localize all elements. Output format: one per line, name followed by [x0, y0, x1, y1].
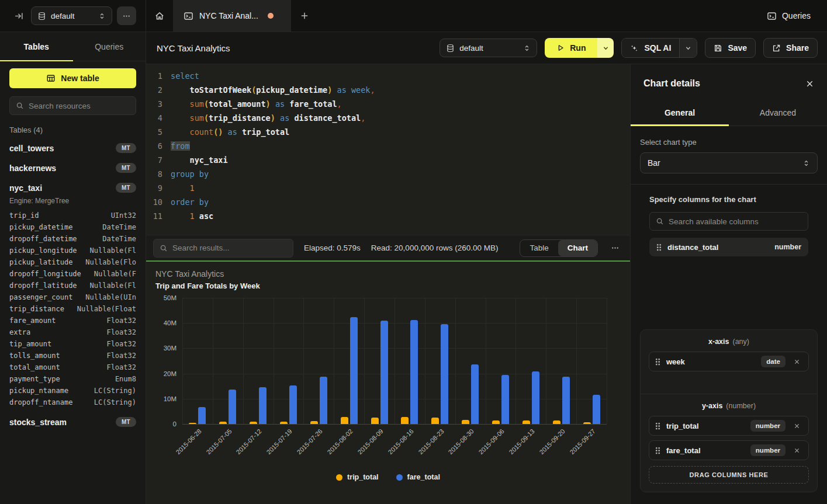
column-row[interactable]: dropoff_ntanameLC(String) [9, 397, 136, 408]
bar-group [364, 298, 395, 424]
axis-column-item[interactable]: trip_totalnumber [649, 416, 809, 436]
table-row[interactable]: stocks_streamMT [9, 416, 136, 428]
code-line: from [171, 139, 630, 153]
column-type: Nullable(Fl [90, 280, 136, 291]
editor-code[interactable]: select toStartOfWeek(pickup_datetime) as… [171, 69, 630, 235]
code-line: sum(total_amount) as fare_total, [171, 97, 630, 111]
line-number: 5 [146, 125, 162, 139]
table-row[interactable]: cell_towersMT [9, 142, 136, 154]
column-type: Float32 [106, 326, 136, 338]
available-column-item[interactable]: distance_totalnumber [649, 238, 808, 256]
column-name: dropoff_latitude [9, 280, 77, 291]
results-search[interactable] [153, 239, 293, 258]
panel-tab-advanced[interactable]: Advanced [729, 100, 827, 126]
column-row[interactable]: tip_amountFloat32 [9, 338, 136, 350]
column-row[interactable]: trip_idUInt32 [9, 210, 136, 221]
panel-tabs: General Advanced [631, 100, 827, 126]
column-row[interactable]: dropoff_datetimeDateTime [9, 233, 136, 245]
panel-close-button[interactable] [805, 79, 814, 88]
chevron-down-icon [685, 45, 691, 51]
column-name: total_amount [9, 362, 60, 373]
columns-search-input[interactable] [669, 217, 802, 226]
column-name: dropoff_datetime [9, 233, 77, 245]
collapse-sidebar-button[interactable] [12, 9, 26, 23]
axis-column-item[interactable]: weekdate [649, 352, 809, 371]
y-tick-label: 30M [164, 345, 177, 352]
sql-ai-options-button[interactable] [679, 39, 697, 57]
column-row[interactable]: total_amountFloat32 [9, 362, 136, 373]
column-row[interactable]: pickup_datetimeDateTime [9, 221, 136, 233]
chart-bars [182, 298, 607, 424]
column-row[interactable]: pickup_ntanameLC(String) [9, 385, 136, 397]
run-button[interactable]: Run [545, 38, 597, 58]
remove-column-button[interactable] [791, 446, 802, 455]
query-title: NYC Taxi Analytics [157, 43, 230, 53]
new-table-button[interactable]: New table [9, 68, 136, 88]
queries-button[interactable]: Queries [767, 11, 811, 21]
topbar-database-select[interactable]: default [31, 6, 112, 25]
table-row[interactable]: hackernewsMT [9, 162, 136, 174]
results-search-input[interactable] [172, 244, 287, 252]
axis-column-item[interactable]: fare_totalnumber [649, 440, 809, 460]
axes-card: x-axis(any) weekdate y-axis(number) trip… [640, 329, 818, 492]
x-axis-label: x-axis [708, 338, 729, 346]
drop-zone[interactable]: DRAG COLUMNS HERE [649, 466, 809, 484]
legend-item[interactable]: trip_total [336, 473, 378, 481]
panel-tab-general[interactable]: General [631, 100, 729, 126]
chart-type-select[interactable]: Bar [640, 152, 818, 173]
legend-item[interactable]: fare_total [396, 473, 440, 481]
database-select[interactable]: default [440, 39, 537, 57]
bar-group [576, 298, 607, 424]
remove-column-button[interactable] [791, 422, 802, 430]
drag-handle-icon[interactable] [656, 244, 662, 251]
resource-search[interactable] [9, 96, 136, 115]
drag-handle-icon[interactable] [655, 422, 660, 430]
bar-group [303, 298, 334, 424]
drag-handle-icon[interactable] [655, 447, 660, 454]
column-row[interactable]: dropoff_latitudeNullable(Fl [9, 280, 136, 291]
table-view-button[interactable]: Table [520, 240, 558, 256]
line-number: 2 [146, 83, 162, 97]
column-row[interactable]: pickup_latitudeNullable(Flo [9, 256, 136, 268]
columns-search[interactable] [649, 212, 808, 231]
topbar-more-button[interactable] [117, 6, 136, 25]
column-row[interactable]: tolls_amountFloat32 [9, 350, 136, 362]
home-button[interactable] [146, 0, 173, 32]
column-row[interactable]: passenger_countNullable(UIn [9, 291, 136, 303]
remove-column-button[interactable] [791, 357, 802, 366]
column-row[interactable]: dropoff_longitudeNullable(F [9, 268, 136, 280]
column-row[interactable]: payment_typeEnum8 [9, 373, 136, 385]
engine-badge: MT [116, 143, 136, 153]
new-tab-button[interactable] [291, 0, 318, 32]
column-name: pickup_latitude [9, 256, 72, 268]
column-name: trip_distance [9, 303, 64, 315]
home-icon [154, 11, 165, 21]
column-row[interactable]: extraFloat32 [9, 326, 136, 338]
sidebar-tab-queries[interactable]: Queries [73, 32, 146, 61]
drag-handle-icon[interactable] [655, 358, 660, 366]
resource-search-input[interactable] [29, 102, 130, 110]
query-tab[interactable]: NYC Taxi Anal... [173, 0, 291, 32]
bar-fare_total [229, 390, 236, 424]
column-row[interactable]: trip_distanceNullable(Float [9, 303, 136, 315]
bar-fare_total [471, 364, 479, 424]
panel-title: Chart details [643, 78, 700, 89]
available-columns: distance_totalnumber [649, 238, 808, 256]
chart-area: NYC Taxi Analytics Trip and Fare Totals … [146, 260, 630, 504]
sql-ai-button[interactable]: SQL AI [622, 39, 679, 57]
column-type: UInt32 [111, 210, 136, 221]
table-row[interactable]: nyc_taxiMT [9, 182, 136, 194]
share-button[interactable]: Share [763, 38, 818, 58]
save-button[interactable]: Save [705, 38, 756, 58]
column-row[interactable]: pickup_longitudeNullable(Fl [9, 245, 136, 256]
column-type: LC(String) [94, 385, 136, 397]
sql-editor[interactable]: 1234567891011 select toStartOfWeek(picku… [146, 64, 630, 235]
chart-view-button[interactable]: Chart [558, 240, 597, 256]
results-more-button[interactable] [608, 244, 622, 252]
x-tick: 2015-09-27 [576, 424, 607, 470]
read-stat: Read: 20,000,000 rows (260.00 MB) [371, 244, 499, 252]
sidebar-tab-tables[interactable]: Tables [0, 32, 73, 61]
y-axis-label: y-axis [702, 402, 722, 410]
run-options-button[interactable] [597, 38, 614, 58]
column-row[interactable]: fare_amountFloat32 [9, 315, 136, 326]
